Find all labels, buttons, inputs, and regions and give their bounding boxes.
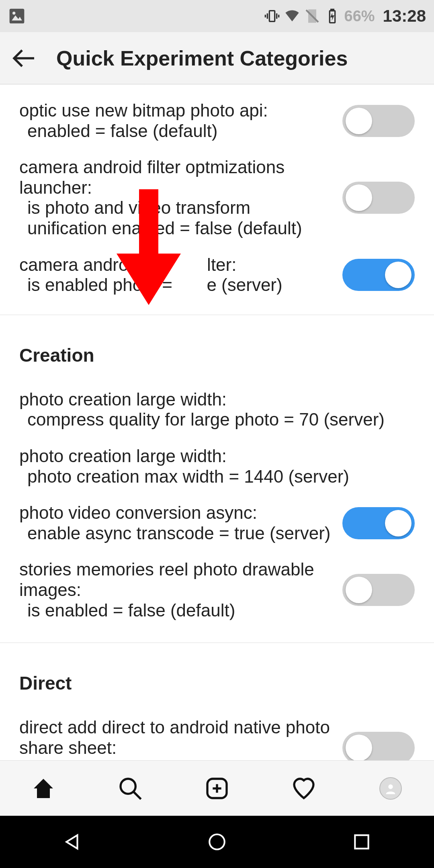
vibrate-icon [264,8,280,24]
wifi-icon [284,8,300,24]
list-item[interactable]: camera android par lter: is enabled phot… [0,247,434,303]
sys-home[interactable] [205,830,229,854]
list-item-sub: enabled = false (default) [19,121,333,141]
app-header: Quick Experiment Categories [0,32,434,84]
svg-point-19 [388,784,393,789]
svg-marker-20 [66,835,77,848]
add-post-icon [204,776,230,801]
svg-rect-0 [10,9,25,24]
list-item[interactable]: stories memories reel photo drawable ima… [0,551,434,628]
nav-add[interactable] [203,774,231,802]
list-item-title: photo video conversion async: [19,503,257,522]
list-item-title: photo creation large width: [19,446,227,466]
status-bar: 66% 13:28 [0,0,434,32]
toggle-switch[interactable] [342,574,415,606]
list-item-title: photo creation large width: [19,389,227,409]
toggle-switch[interactable] [342,182,415,214]
arrow-left-icon [12,46,36,70]
battery-charging-icon [324,8,340,24]
list-item-title: stories memories reel photo drawable ima… [19,559,314,600]
list-item-text: camera android filter optmizations launc… [19,157,333,238]
sys-back[interactable] [60,830,84,854]
content-scroll[interactable]: optic use new bitmap photo api: enabled … [0,84,434,760]
avatar-icon [379,777,402,800]
nav-profile[interactable] [377,774,405,802]
svg-rect-3 [269,11,274,22]
picture-icon [8,7,26,25]
toggle-switch[interactable] [342,507,415,539]
nav-home[interactable] [29,774,57,802]
settings-group-direct: Direct direct add direct to android nati… [0,643,434,760]
group-header: Direct [0,653,434,709]
page-title: Quick Experiment Categories [56,46,348,70]
list-item-text: photo video conversion async: enable asy… [19,503,333,543]
list-item-sub: photo creation max width = 1440 (server) [19,467,415,487]
list-item-sub: is enabled = false (default) [19,600,333,621]
list-item-title: camera android filter optmizations launc… [19,157,285,197]
search-icon [117,776,143,801]
triangle-back-icon [62,832,82,852]
circle-home-icon [207,832,227,852]
square-recent-icon [352,832,372,852]
list-item-text: stories memories reel photo drawable ima… [19,559,333,620]
list-item[interactable]: direct add direct to android native phot… [0,709,434,760]
list-item-sub: is enabled = false (default) [19,758,333,760]
toggle-switch[interactable] [342,105,415,137]
svg-marker-11 [330,13,334,21]
svg-rect-10 [331,9,334,10]
list-item-sub: is enabled photo = e (server) [19,275,333,295]
list-item-text: direct add direct to android native phot… [19,717,333,760]
list-item-sub: compress quality for large photo = 70 (s… [19,409,415,430]
home-icon [31,776,56,801]
list-item-sub: is photo and video transform unification… [19,198,333,238]
bottom-nav [0,760,434,816]
list-item-sub: enable async transcode = true (server) [19,523,333,544]
svg-line-15 [133,792,141,799]
list-item[interactable]: camera android filter optmizations launc… [0,149,434,246]
settings-group-partial: optic use new bitmap photo api: enabled … [0,84,434,315]
battery-percent: 66% [344,8,375,25]
list-item-text: optic use new bitmap photo api: enabled … [19,100,333,141]
status-bar-right: 66% 13:28 [264,6,426,26]
nav-activity[interactable] [290,774,318,802]
list-item-title: direct add direct to android native phot… [19,717,330,757]
list-item-title: camera android par lter: [19,255,236,274]
system-nav [0,816,434,868]
toggle-switch[interactable] [342,259,415,291]
sys-recent[interactable] [350,830,374,854]
no-sim-icon [304,8,320,24]
group-header: Creation [0,325,434,381]
svg-point-14 [121,779,135,794]
settings-group-creation: Creation photo creation large width: com… [0,315,434,643]
back-button[interactable] [12,46,36,70]
list-item-text: photo creation large width: photo creati… [19,446,415,487]
status-bar-left [8,7,26,25]
list-item-text: camera android par lter: is enabled phot… [19,255,333,295]
clock: 13:28 [383,6,426,26]
list-item[interactable]: photo video conversion async: enable asy… [0,495,434,551]
list-item[interactable]: optic use new bitmap photo api: enabled … [0,92,434,149]
list-item-title: optic use new bitmap photo api: [19,100,268,120]
list-item[interactable]: photo creation large width: compress qua… [0,381,434,438]
svg-rect-22 [355,835,368,848]
toggle-switch[interactable] [342,732,415,760]
svg-point-21 [209,834,225,850]
nav-search[interactable] [116,774,144,802]
svg-point-2 [12,12,15,14]
list-item[interactable]: photo creation large width: photo creati… [0,438,434,495]
list-item-text: photo creation large width: compress qua… [19,389,415,430]
heart-icon [291,776,317,801]
